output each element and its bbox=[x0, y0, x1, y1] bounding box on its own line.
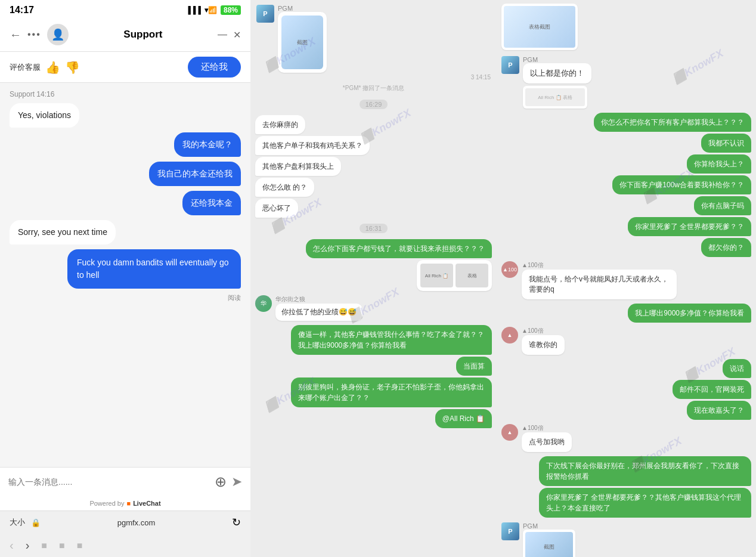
message-principal: 我的本金呢？ bbox=[174, 132, 241, 157]
agent-avatar-2: ▲ bbox=[501, 327, 518, 344]
right-conversation: 表格截图 P PGM 以上都是你的！ All Rich 📋 表格 你怎么不把你名… bbox=[497, 0, 756, 557]
top-screenshot-right: 表格截图 bbox=[497, 0, 756, 54]
browser-nav: ‹ › ■ ■ ■ bbox=[0, 534, 250, 557]
r-msg-11: 现在敢嘉头了？ bbox=[501, 401, 751, 420]
livechat-logo: ■ bbox=[126, 500, 131, 507]
thumbdown-button[interactable]: 👎 bbox=[65, 60, 80, 75]
r-msg-1: 你怎么不把你名下所有客户都算我头上？？？ bbox=[501, 113, 751, 132]
minimize-button[interactable]: — bbox=[218, 29, 227, 40]
pgm-msg-3: 其他客户盘利算我头上 bbox=[255, 157, 492, 176]
chat-title: Support bbox=[75, 29, 212, 41]
r-msg-9: 说话 bbox=[501, 359, 751, 378]
left-panel: 14:17 ▐▐▐ ▾📶 88% ← ••• 👤 Support — ✕ 评价客… bbox=[0, 0, 250, 557]
r-msg-5: 你有点脑子吗 bbox=[501, 196, 751, 215]
message-violations: Yes, violations bbox=[10, 103, 79, 128]
r-msg-13: 你家里死爹了 全世界都要死爹？？其他客户赚钱算我这个代理头上？本金直接吃了 bbox=[501, 488, 751, 518]
refresh-button[interactable]: ↻ bbox=[232, 516, 241, 529]
pgm-msg-right: 以上都是你的！ bbox=[523, 63, 591, 83]
r-msg-12: 下次线下展会你最好别在，郑州展会我朋友看你了，下次直接报警给你抓看 bbox=[501, 456, 751, 486]
message-input[interactable] bbox=[8, 477, 210, 487]
right-panel: ⬛KnowFX ⬛KnowFX ⬛KnowFX ⬛KnowFX ⬛KnowFX … bbox=[250, 0, 756, 557]
livechat-branding: Powered by ■ LiveChat bbox=[0, 496, 250, 510]
nav-icon3: ■ bbox=[77, 540, 83, 551]
user-msg-5: @All Rich 📋 bbox=[255, 409, 492, 428]
time-divider-2: 16:31 bbox=[250, 220, 497, 237]
battery-indicator: 88% bbox=[221, 5, 241, 15]
pgm-avatar-top: P bbox=[256, 5, 274, 23]
user-msg-4: 别彼里狗叫，换身份证，老子身正不怕影子歪，你他妈拿出来哪个账户出金了？？ bbox=[255, 377, 492, 407]
chat-header: ← ••• 👤 Support — ✕ bbox=[0, 18, 250, 52]
agent-msg-2: 谁教你的 bbox=[522, 335, 565, 355]
rating-bar: 评价客服 👍 👎 还给我 bbox=[0, 52, 250, 83]
message-give-back: 还给我本金 bbox=[182, 191, 241, 215]
messages-area: Support 14:16 Yes, violations 我的本金呢？ 我自己… bbox=[0, 83, 250, 467]
pgm-name-right: PGM bbox=[523, 56, 591, 63]
chat-input-area[interactable]: ⊕ ➤ bbox=[0, 467, 250, 496]
message-sorry: Sorry, see you next time bbox=[10, 220, 116, 245]
r-msg-6: 你家里死爹了 全世界都要死爹？？ bbox=[501, 217, 751, 236]
status-bar: 14:17 ▐▐▐ ▾📶 88% bbox=[0, 0, 250, 18]
message-return-principal: 我自己的本金还给我 bbox=[149, 162, 241, 186]
r-msg-2: 我都不认识 bbox=[501, 134, 751, 153]
size-label: 大小 bbox=[10, 517, 25, 528]
allrich-img: All Rich 📋 表格 bbox=[255, 260, 492, 291]
r-msg-3: 你算给我头上？ bbox=[501, 154, 751, 174]
status-time: 14:17 bbox=[10, 5, 34, 16]
pgm-bottom-row: P PGM 截图 bbox=[497, 520, 756, 557]
hua-avatar: 华 bbox=[255, 295, 272, 312]
agent-row-2: ▲ ▲100倍 谁教你的 bbox=[497, 324, 756, 357]
pgm-msg-1: 去你麻痹的 bbox=[255, 115, 492, 134]
hua-user-row: 华 华尔街之狼 你拉低了他的业绩😅😅 bbox=[250, 293, 497, 323]
screenshot-thumb: 截图 bbox=[281, 16, 323, 69]
support-label: Support 14:16 bbox=[10, 90, 241, 98]
left-conversation: P PGM 截图 3 14:15 *PGM* 撤回了一条消息 16:29 去你麻… bbox=[250, 0, 497, 557]
user-msg-3: 当面算 bbox=[255, 357, 492, 376]
avatar: 👤 bbox=[47, 24, 69, 45]
pgm-avatar-bottom: P bbox=[501, 522, 519, 540]
time-divider-1: 16:29 bbox=[250, 96, 497, 113]
agent-avatar-1: ▲100 bbox=[501, 261, 518, 278]
status-icons: ▐▐▐ ▾📶 88% bbox=[185, 5, 241, 15]
time-label-1: 3 14:15 bbox=[256, 74, 491, 81]
pgm-msg-4: 你怎么敢 的？ bbox=[255, 178, 492, 197]
lock-icon: 🔒 bbox=[31, 518, 41, 527]
close-button[interactable]: ✕ bbox=[233, 29, 241, 41]
user-msg-2: 傻逼一样，其他客户赚钱管我什么事情？吃了本金了就？？我上哪出9000多净值？你算… bbox=[255, 325, 492, 355]
r-msg-8: 我上哪出9000多净值？你算给我看 bbox=[501, 304, 751, 323]
browser-bar: 大小 🔒 pgmfx.com ↻ bbox=[0, 510, 250, 534]
pgm-screenshot-area: P PGM 截图 3 14:15 bbox=[250, 0, 497, 81]
nav-icon2: ■ bbox=[59, 540, 65, 551]
wifi-icon: ▾📶 bbox=[205, 6, 217, 14]
pgm-image-msg: 截图 bbox=[278, 12, 327, 73]
pgm-msg-5: 恶心坏了 bbox=[255, 199, 492, 218]
more-options-button[interactable]: ••• bbox=[27, 29, 41, 40]
pgm-msg-2: 其他客户单子和我有鸡毛关系？ bbox=[255, 136, 492, 155]
nav-forward-button[interactable]: › bbox=[26, 539, 30, 552]
agent-avatar-3: ▲ bbox=[501, 424, 518, 441]
read-label: 阅读 bbox=[228, 293, 241, 302]
nav-back-button[interactable]: ‹ bbox=[10, 539, 14, 552]
return-button[interactable]: 还给我 bbox=[188, 57, 241, 78]
thumbup-button[interactable]: 👍 bbox=[45, 60, 60, 75]
back-button[interactable]: ← bbox=[10, 28, 21, 42]
agent-row-3: ▲ ▲100倍 点号加我哟 bbox=[497, 422, 756, 454]
agent-msg-3: 点号加我哟 bbox=[522, 432, 572, 452]
hua-msg: 你拉低了他的业绩😅😅 bbox=[275, 304, 362, 321]
hua-name: 华尔街之狼 bbox=[275, 295, 362, 304]
rating-label: 评价客服 bbox=[10, 62, 41, 73]
r-msg-10: 邮件不回，官网装死 bbox=[501, 380, 751, 399]
agent-msg-1: 我能点号，给个v号就能凤好几天或者永久，需要的q bbox=[522, 270, 677, 299]
add-attachment-button[interactable]: ⊕ bbox=[215, 474, 227, 490]
nav-icon1: ■ bbox=[41, 540, 47, 551]
send-button[interactable]: ➤ bbox=[231, 474, 242, 490]
pgm-right-row: P PGM 以上都是你的！ All Rich 📋 表格 bbox=[497, 54, 756, 111]
pgm-label-top: PGM bbox=[278, 5, 327, 12]
pgm-avatar-right: P bbox=[501, 56, 519, 74]
r-msg-7: 都欠你的？ bbox=[501, 238, 751, 257]
user-msg-1: 怎么你下面客户都亏钱了，就要让我来承担损失？？？ bbox=[255, 239, 492, 258]
signal-icon: ▐▐▐ bbox=[185, 6, 201, 14]
deleted-msg: *PGM* 撤回了一条消息 bbox=[250, 84, 497, 92]
agent-row-1: ▲100 ▲100倍 我能点号，给个v号就能凤好几天或者永久，需要的q bbox=[497, 259, 756, 302]
r-msg-4: 你下面客户赚100w合着要我补给你？？ bbox=[501, 175, 751, 194]
browser-url: pgmfx.com bbox=[47, 518, 226, 527]
